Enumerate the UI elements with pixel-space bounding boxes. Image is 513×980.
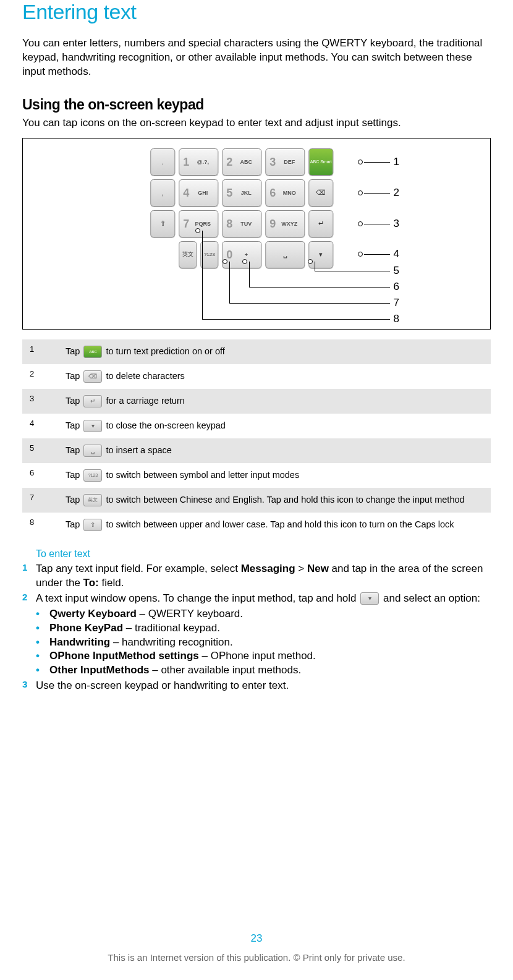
key-abc-smart: ABC Smart <box>308 148 333 176</box>
step-num-2: 2 <box>22 592 36 678</box>
abc-smart-icon: ABC <box>83 346 102 358</box>
space-icon: ␣ <box>283 250 287 258</box>
enter-icon: ↵ <box>318 219 324 228</box>
legend-row-5: 5 Tap ␣ to insert a space <box>22 438 491 463</box>
key-close: ▾ <box>308 241 333 268</box>
key-period: . <box>150 148 175 176</box>
key-6: 6MNO <box>265 179 305 207</box>
callout-2: 2 <box>394 187 399 199</box>
step-num-3: 3 <box>22 679 36 693</box>
key-4: 4GHI <box>179 179 218 207</box>
key-enter: ↵ <box>308 210 333 237</box>
section-heading: Using the on-screen keypad <box>22 96 491 113</box>
key-shift: ⇧ <box>150 210 175 237</box>
step-3-text: Use the on-screen keypad or handwriting … <box>36 679 491 693</box>
key-lang: 英文 <box>179 241 197 268</box>
legend-row-7: 7 Tap 英文 to switch between Chinese and E… <box>22 488 491 513</box>
legend-table: 1 Tap ABC to turn text prediction on or … <box>22 339 491 537</box>
key-3: 3DEF <box>265 148 305 176</box>
steps-list: 1 Tap any text input field. For example,… <box>22 562 491 693</box>
legend-row-8: 8 Tap ⇧ to switch between upper and lowe… <box>22 513 491 537</box>
callout-5: 5 <box>394 265 399 277</box>
callout-6: 6 <box>394 281 399 293</box>
callout-8: 8 <box>394 313 399 325</box>
page-title: Entering text <box>22 0 491 24</box>
step-1-text: Tap any text input field. For example, s… <box>36 562 491 590</box>
close-kb-icon: ▾ <box>319 250 323 258</box>
legend-row-2: 2 Tap ⌫ to delete characters <box>22 364 491 389</box>
legend-row-1: 1 Tap ABC to turn text prediction on or … <box>22 339 491 364</box>
key-symbols: ?123 <box>200 241 218 268</box>
section-sub: You can tap icons on the on-screen keypa… <box>22 117 491 129</box>
legend-row-6: 6 Tap ?123 to switch between symbol and … <box>22 463 491 488</box>
legend-row-4: 4 Tap ▾ to close the on-screen keypad <box>22 414 491 438</box>
key-1: 1@.?, <box>179 148 218 176</box>
sym-icon: ?123 <box>83 469 102 482</box>
key-space: ␣ <box>265 241 305 268</box>
close-kb-icon: ▾ <box>83 420 102 432</box>
space-icon: ␣ <box>83 445 102 457</box>
backspace-icon: ⌫ <box>83 370 102 383</box>
lang-icon: 英文 <box>83 494 102 506</box>
callout-4: 4 <box>394 248 399 260</box>
key-7: 7PQRS <box>179 210 218 237</box>
intro-text: You can enter letters, numbers and speci… <box>22 36 491 79</box>
subsection-heading: To enter text <box>36 548 491 560</box>
callout-7: 7 <box>394 297 399 309</box>
shift-icon: ⇧ <box>83 519 102 531</box>
step-2-text: A text input window opens. To change the… <box>36 592 491 678</box>
key-5: 5JKL <box>222 179 261 207</box>
callout-1: 1 <box>394 156 399 168</box>
backspace-icon: ⌫ <box>316 189 326 197</box>
close-kb-icon: ▾ <box>360 592 379 605</box>
keypad-diagram: . 1@.?, 2ABC 3DEF ABC Smart , 4GHI 5JKL … <box>22 138 491 330</box>
callout-3: 3 <box>394 218 399 230</box>
key-comma: , <box>150 179 175 207</box>
legend-row-3: 3 Tap ↵ for a carriage return <box>22 389 491 414</box>
key-8: 8TUV <box>222 210 261 237</box>
shift-icon: ⇧ <box>160 219 166 228</box>
page-number: 23 <box>0 932 513 945</box>
enter-icon: ↵ <box>83 395 102 407</box>
key-2: 2ABC <box>222 148 261 176</box>
copyright-text: This is an Internet version of this publ… <box>0 952 513 963</box>
key-backspace: ⌫ <box>308 179 333 207</box>
key-0: 0+ <box>222 241 261 268</box>
step-num-1: 1 <box>22 562 36 590</box>
key-9: 9WXYZ <box>265 210 305 237</box>
